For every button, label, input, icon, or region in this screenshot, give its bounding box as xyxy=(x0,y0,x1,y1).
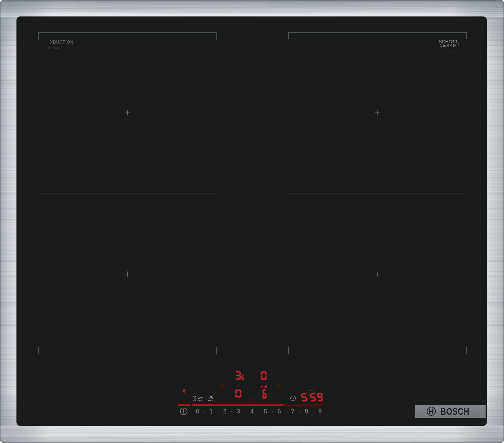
svg-text:0: 0 xyxy=(196,408,199,415)
svg-text:CERAN: CERAN xyxy=(440,43,457,47)
svg-text:BOOST: BOOST xyxy=(208,399,215,402)
svg-text:9: 9 xyxy=(318,408,322,415)
svg-text:8001279147: 8001279147 xyxy=(446,50,460,53)
svg-text:8: 8 xyxy=(305,408,308,415)
svg-text:min:s: min:s xyxy=(308,389,315,392)
svg-text:4 sec: 4 sec xyxy=(198,399,203,402)
svg-text:PVQ645HB1: PVQ645HB1 xyxy=(48,46,63,50)
svg-text:5: 5 xyxy=(264,408,267,415)
svg-text:6: 6 xyxy=(278,408,281,415)
svg-text:1: 1 xyxy=(209,408,213,415)
svg-text:®: ® xyxy=(458,43,460,46)
svg-text:3: 3 xyxy=(237,408,240,415)
svg-text:BOSCH: BOSCH xyxy=(440,406,469,417)
svg-text:7: 7 xyxy=(291,408,294,415)
svg-text:2: 2 xyxy=(223,408,226,415)
svg-text:4: 4 xyxy=(250,408,254,415)
svg-text:INDUCTION: INDUCTION xyxy=(48,39,74,45)
